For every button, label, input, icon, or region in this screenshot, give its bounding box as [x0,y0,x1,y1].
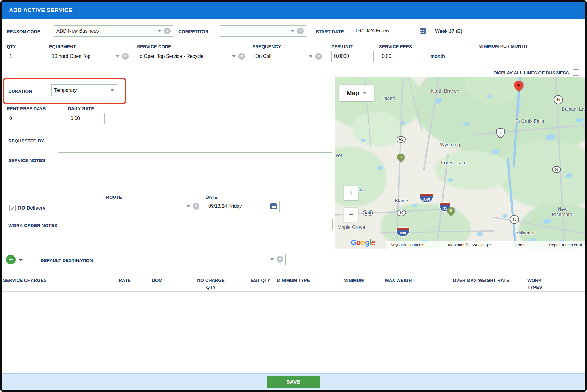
report-map-error-link[interactable]: Report a map error [549,243,582,247]
map-city-label: Stillwater [515,230,535,235]
calendar-icon[interactable] [270,203,277,209]
clear-icon[interactable]: ✕ [238,53,245,60]
frequency-value: On Call [255,54,271,59]
chevron-down-icon[interactable] [270,258,274,260]
requested-by-input[interactable] [58,135,147,146]
clear-icon[interactable]: ✕ [193,203,199,210]
map-city-label: Blaine [395,198,408,204]
daily-rate-input[interactable] [68,113,105,124]
work-order-notes-input[interactable] [106,219,333,230]
logo-letter: o [361,238,365,247]
reason-code-value: ADD-New Business [56,28,99,34]
map-type-button[interactable]: Map [339,85,374,101]
chevron-down-icon[interactable] [309,55,312,58]
competitor-label: COMPETITOR [178,29,209,34]
reason-code-dropdown[interactable]: ADD-New Business ✕ [54,25,173,37]
calendar-icon[interactable] [420,28,426,34]
chevron-down-icon[interactable] [291,30,294,32]
interstate-694-number: 694 [400,231,406,235]
ro-delivery-label: RO Delivery [18,205,46,211]
clear-icon[interactable]: ✕ [277,256,283,263]
map-city-label: Isanti [383,96,395,101]
route-10-shield: 10 [397,210,406,216]
clear-icon[interactable]: ✕ [315,53,322,60]
competitor-dropdown[interactable]: ✕ [220,25,306,37]
map-lake [502,214,508,218]
clear-icon[interactable]: ✕ [122,53,129,60]
location-pin-icon[interactable] [514,81,523,90]
clear-icon[interactable]: ✕ [297,28,304,34]
interstate-35-number: 35 [443,206,447,210]
delivery-date-input[interactable]: 09/13/24 Friday [206,201,280,212]
map-type-label: Map [347,89,359,97]
stop-pin-label: S [450,209,452,213]
logo-letter: g [365,238,369,247]
route-65-shield: 65 [397,136,406,143]
map-city-label: Wyoming [440,142,460,148]
add-service-charge-button[interactable]: + [6,255,16,264]
equipment-value: 10 Yard Open Top [52,54,90,59]
map-city-label: Maple Grove [337,225,365,230]
ro-delivery-checkbox[interactable] [9,205,16,211]
zoom-in-button[interactable]: + [344,186,358,200]
qty-label: QTY [7,44,16,49]
check-icon [10,206,15,210]
delivery-date-label: DATE [206,194,218,200]
save-button[interactable]: SAVE [267,376,320,388]
map-city-label: North Branch [431,89,459,94]
chevron-down-icon[interactable] [111,89,114,92]
minimum-per-month-label: MINIMUM PER MONTH [479,43,527,48]
route-dropdown[interactable]: ✕ [106,201,202,212]
route-label: ROUTE [106,194,122,200]
frequency-dropdown[interactable]: On Call ✕ [253,51,324,62]
map-city-label: Balsam La [562,107,585,112]
work-order-notes-label: WORK ORDER NOTES [8,223,57,228]
stop-pin-icon[interactable]: S [397,154,404,161]
chevron-down-icon[interactable] [116,55,119,58]
column-header-no-charge-qty: NO CHARGE QTY [194,277,228,291]
logo-letter: e [371,238,375,247]
per-unit-label: PER UNIT [331,44,353,49]
logo-letter: o [356,238,360,247]
zoom-out-button[interactable]: − [344,208,358,222]
keyboard-shortcuts-link[interactable]: Keyboard shortcuts [391,243,424,247]
service-fees-input[interactable] [379,51,423,62]
google-map[interactable]: Isanti North Branch Balsam La St Croix F… [335,77,585,249]
service-notes-textarea[interactable] [58,152,332,185]
default-destination-label: DEFAULT DESTINATION [41,258,93,263]
chevron-down-icon[interactable] [187,205,190,207]
chevron-down-icon[interactable] [19,259,23,261]
per-unit-input[interactable] [331,51,374,62]
display-all-lines-checkbox[interactable] [573,69,579,76]
start-date-value: 09/13/24 Friday [356,28,389,33]
route-610-shield: 610 [363,210,373,216]
terms-link[interactable]: Terms [515,243,525,247]
minimum-per-month-input[interactable] [479,51,545,62]
interstate-35w-number: 35W [423,197,430,201]
rent-free-days-input[interactable] [7,113,61,124]
stop-pin-icon[interactable]: S [447,207,454,214]
route-35-shield: 35 [554,95,563,104]
clear-icon[interactable]: ✕ [164,28,171,34]
qty-input[interactable] [7,51,43,62]
service-code-dropdown[interactable]: d Open Top Service - Recycle ✕ [137,51,247,62]
stop-pin-label: S [400,155,402,159]
column-header-max-weight: MAX WEIGHT [385,277,415,284]
interstate-band [440,203,450,205]
month-suffix: month [430,54,445,59]
week-note: Week 37 (B) [435,29,462,34]
dialog-title: ADD ACTIVE SERVICE [9,7,73,14]
pin-body: S [396,152,406,162]
duration-dropdown[interactable]: Temporary [51,84,118,96]
column-header-over-max-weight-rate: OVER MAX WEIGHT RATE [453,277,509,284]
column-header-minimum: MINIMUM [344,277,364,284]
chevron-down-icon[interactable] [232,55,236,58]
column-header-work-types: WORK TYPES [527,277,542,291]
chevron-down-icon[interactable] [158,30,161,32]
requested-by-label: REQUESTED BY [8,138,44,143]
equipment-dropdown[interactable]: 10 Yard Open Top ✕ [49,51,131,62]
default-destination-dropdown[interactable]: ✕ [106,254,286,265]
route-35-shield: 35 [510,215,519,224]
map-green-area [335,146,386,207]
start-date-input[interactable]: 09/13/24 Friday [353,25,429,36]
